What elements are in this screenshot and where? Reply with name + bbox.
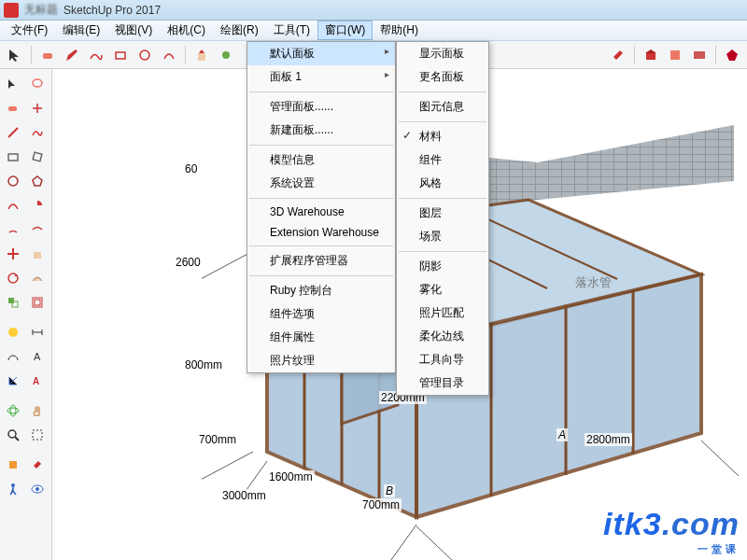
- paint-icon[interactable]: [607, 44, 629, 66]
- menu-item[interactable]: 组件选项: [247, 302, 395, 326]
- generic-tool-icon[interactable]: [215, 44, 237, 66]
- menu-window[interactable]: 窗口(W): [317, 21, 373, 40]
- eraser-icon[interactable]: [2, 97, 24, 119]
- arc2pt-icon[interactable]: [2, 218, 24, 241]
- polygon-icon[interactable]: [26, 170, 49, 192]
- menu-item[interactable]: Ruby 控制台: [247, 279, 395, 302]
- svg-rect-5: [646, 53, 655, 60]
- rotrect-icon[interactable]: [26, 146, 49, 168]
- circle-icon[interactable]: [134, 44, 156, 66]
- menu-item[interactable]: 风格: [397, 172, 488, 195]
- warehouse-icon[interactable]: [640, 44, 662, 66]
- menu-item[interactable]: 3D Warehouse: [247, 202, 395, 222]
- move-icon[interactable]: [2, 243, 24, 265]
- tape-icon[interactable]: [2, 321, 24, 343]
- menu-item[interactable]: 场景: [397, 225, 488, 248]
- menu-item[interactable]: 工具向导: [397, 348, 488, 371]
- dimension-icon[interactable]: [26, 321, 49, 343]
- arc-icon[interactable]: [2, 194, 24, 217]
- menu-item[interactable]: Extension Warehouse: [247, 222, 395, 243]
- orbit-icon[interactable]: [2, 399, 24, 422]
- look-icon[interactable]: [26, 478, 49, 500]
- protractor-icon[interactable]: [2, 345, 24, 368]
- followme-icon[interactable]: [26, 267, 49, 289]
- menu-item[interactable]: 管理面板......: [247, 95, 395, 119]
- menu-item[interactable]: 图层: [397, 202, 488, 225]
- menu-draw[interactable]: 绘图(R): [213, 21, 266, 40]
- ruby-icon[interactable]: [721, 44, 743, 66]
- menu-item[interactable]: 面板 1: [247, 65, 395, 89]
- circle-icon[interactable]: [2, 170, 24, 192]
- menu-view[interactable]: 视图(V): [107, 21, 160, 40]
- lasso-icon[interactable]: [26, 73, 49, 95]
- menu-item[interactable]: 材料: [397, 125, 488, 148]
- svg-point-4: [222, 51, 230, 59]
- paint2-icon[interactable]: [26, 454, 49, 476]
- dim-1600: 1600mm: [267, 470, 315, 483]
- select-icon[interactable]: [2, 73, 24, 95]
- menu-tools[interactable]: 工具(T): [266, 21, 317, 40]
- arc-icon[interactable]: [158, 44, 180, 66]
- menu-item[interactable]: 柔化边线: [397, 325, 488, 348]
- menu-item[interactable]: 扩展程序管理器: [247, 249, 395, 273]
- menu-item[interactable]: 显示面板: [397, 42, 488, 65]
- menu-item[interactable]: 模型信息: [247, 148, 395, 172]
- arc3pt-icon[interactable]: [26, 218, 49, 241]
- rotate-icon[interactable]: [2, 267, 24, 289]
- component-icon[interactable]: [664, 44, 686, 66]
- menu-camera[interactable]: 相机(C): [160, 21, 213, 40]
- svg-line-55: [701, 441, 739, 476]
- offset-icon[interactable]: [26, 291, 49, 314]
- freehand-icon[interactable]: [85, 44, 107, 66]
- line-icon[interactable]: [2, 121, 24, 144]
- axis-b: B: [384, 484, 395, 497]
- menu-separator: [399, 198, 486, 199]
- svg-rect-25: [33, 430, 42, 440]
- pencil-icon[interactable]: [61, 44, 83, 66]
- text-icon[interactable]: A: [26, 345, 49, 368]
- svg-point-29: [35, 487, 39, 491]
- menu-item[interactable]: 雾化: [397, 278, 488, 301]
- zoomwindow-icon[interactable]: [26, 424, 49, 446]
- freehand-icon[interactable]: [26, 121, 49, 144]
- menu-item[interactable]: 更名面板: [397, 65, 488, 89]
- pie-icon[interactable]: [26, 194, 49, 217]
- menu-item[interactable]: 组件: [397, 148, 488, 172]
- menu-help[interactable]: 帮助(H): [373, 21, 426, 40]
- menu-item[interactable]: 系统设置: [247, 172, 395, 195]
- axes-icon[interactable]: [26, 97, 49, 119]
- menu-item[interactable]: 默认面板: [247, 42, 395, 65]
- zoom-icon[interactable]: [2, 424, 24, 446]
- menu-item[interactable]: 照片匹配: [397, 301, 488, 325]
- pushpull-icon[interactable]: [26, 243, 49, 265]
- app-icon: [4, 3, 19, 18]
- menu-item[interactable]: 图元信息: [397, 95, 488, 119]
- menu-file[interactable]: 文件(F): [4, 21, 55, 40]
- eraser-icon[interactable]: [36, 44, 59, 66]
- scale-icon[interactable]: [2, 291, 24, 314]
- section-icon[interactable]: [2, 454, 24, 476]
- menu-edit[interactable]: 编辑(E): [55, 21, 107, 40]
- svg-rect-3: [198, 53, 205, 61]
- rect-icon[interactable]: [2, 146, 24, 168]
- dim-700a: 700mm: [197, 433, 238, 446]
- svg-line-50: [202, 452, 253, 489]
- menu-item[interactable]: 阴影: [397, 255, 488, 278]
- axes2-icon[interactable]: [2, 370, 24, 392]
- menu-item[interactable]: 新建面板......: [247, 119, 395, 142]
- svg-point-2: [140, 50, 149, 60]
- watermark: itk3.com 一堂课: [603, 506, 740, 556]
- walk-icon[interactable]: [2, 478, 24, 500]
- select-tool-icon[interactable]: [4, 44, 26, 66]
- rectangle-icon[interactable]: [109, 44, 132, 66]
- svg-rect-1: [116, 52, 125, 59]
- text3d-icon[interactable]: A: [26, 370, 49, 392]
- pushpull-icon[interactable]: [190, 44, 213, 66]
- menu-item[interactable]: 照片纹理: [247, 349, 395, 372]
- svg-point-19: [8, 328, 18, 337]
- extension-icon[interactable]: [688, 44, 711, 66]
- menu-item[interactable]: 组件属性: [247, 326, 395, 349]
- menu-item[interactable]: 管理目录: [397, 371, 488, 395]
- separator: [185, 46, 186, 64]
- pan-icon[interactable]: [26, 399, 49, 422]
